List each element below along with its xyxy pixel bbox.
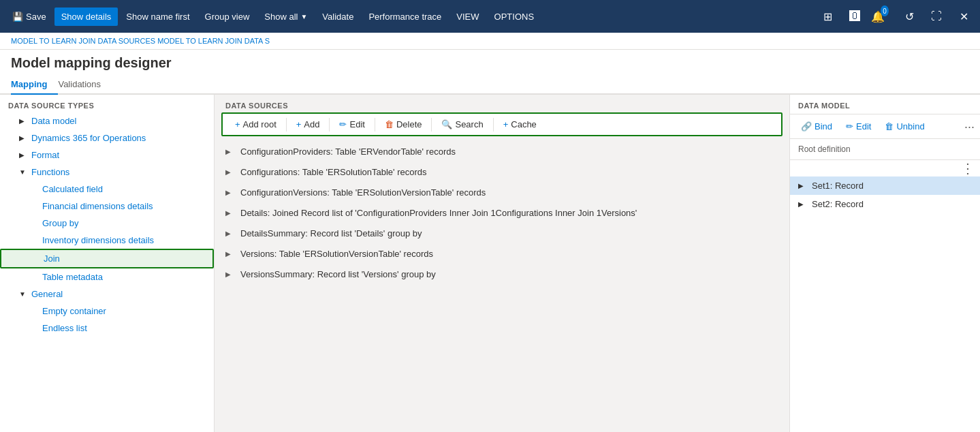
sidebar-item-join[interactable]: Join [0,249,214,268]
cache-label: Cache [511,119,537,129]
unbind-label: Unbind [896,121,924,132]
middle-panel: DATA SOURCES + Add root + Add ✏ Edit 🗑 D… [215,95,789,432]
expand-icon: ▼ [19,168,30,176]
sidebar-item-endless-list[interactable]: Endless list [0,320,214,337]
fullscreen-icon-btn[interactable]: ⛶ [926,5,947,27]
sidebar-item-dynamics365[interactable]: ▶ Dynamics 365 for Operations [0,129,214,146]
sidebar-item-label: General [31,289,63,299]
group-view-button[interactable]: Group view [198,7,257,26]
right-tree-item-set2[interactable]: ▶ Set2: Record [790,195,980,213]
add-root-button[interactable]: + Add root [230,117,282,132]
cache-icon: + [503,119,509,129]
data-row[interactable]: ▶ Configurations: Table 'ERSolutionTable… [215,162,789,183]
show-name-first-label: Show name first [126,12,189,22]
tab-mapping[interactable]: Mapping [11,74,58,95]
sidebar-item-inventory-dimensions[interactable]: Inventory dimensions details [0,232,214,249]
expand-icon: ▶ [225,209,236,217]
sidebar-item-functions[interactable]: ▼ Functions [0,164,214,181]
expand-icon: ▶ [225,189,236,196]
delete-button[interactable]: 🗑 Delete [379,117,428,132]
office-icon-btn[interactable]: 🅾 [844,5,866,27]
row-label: VersionsSummary: Record list 'Versions' … [240,269,436,279]
datasources-header: DATA SOURCES [215,95,789,112]
sidebar-item-empty-container[interactable]: Empty container [0,303,214,320]
add-button[interactable]: + Add [291,117,326,132]
edit-icon: ✏ [846,121,853,132]
right-tree-item-set1[interactable]: ▶ Set1: Record [790,176,980,195]
more-options-button[interactable]: ··· [964,121,975,133]
grid-icon-btn[interactable]: ⊞ [817,5,838,27]
performance-trace-button[interactable]: Performance trace [362,7,448,26]
row-label: ConfigurationVersions: Table 'ERSolution… [240,187,486,198]
sidebar-item-calculated-field[interactable]: Calculated field [0,181,214,198]
data-row[interactable]: ▶ VersionsSummary: Record list 'Versions… [215,264,789,285]
refresh-icon-btn[interactable]: ↺ [898,5,920,27]
data-row[interactable]: ▶ ConfigurationVersions: Table 'ERSoluti… [215,183,789,203]
search-button[interactable]: 🔍 Search [436,117,488,132]
data-row[interactable]: ▶ Details: Joined Record list of 'Config… [215,203,789,223]
plus-icon: + [235,119,240,129]
separator [329,118,330,132]
root-definition-label: Root definition [790,139,980,160]
chevron-down-icon: ▼ [300,13,307,20]
edit-button[interactable]: ✏ Edit [334,117,370,132]
expand-icon: ▶ [225,230,236,237]
sidebar-item-format[interactable]: ▶ Format [0,146,214,164]
row-label: Versions: Table 'ERSolutionVersionTable'… [240,249,433,259]
sidebar-item-general[interactable]: ▼ General [0,286,214,303]
tab-validations[interactable]: Validations [58,74,112,95]
expand-icon: ▶ [19,134,30,142]
data-model-header: DATA MODEL [790,95,980,114]
validate-button[interactable]: Validate [315,7,360,26]
options-button[interactable]: OPTIONS [488,7,541,26]
separator [493,118,494,132]
edit-label: Edit [349,119,364,129]
view-button[interactable]: VIEW [449,7,486,26]
right-tree: ▶ Set1: Record ▶ Set2: Record [790,176,980,432]
validate-label: Validate [322,12,353,22]
sidebar-item-group-by[interactable]: Group by [0,215,214,232]
data-row[interactable]: ▶ DetailsSummary: Record list 'Details' … [215,223,789,244]
right-more-options: ⋮ [790,160,980,176]
sidebar-item-data-model[interactable]: ▶ Data model [0,112,214,129]
data-row[interactable]: ▶ Versions: Table 'ERSolutionVersionTabl… [215,244,789,264]
sidebar-item-label: Join [44,253,60,264]
performance-trace-label: Performance trace [368,12,441,22]
right-edit-button[interactable]: ✏ Edit [840,119,876,134]
sidebar-item-label: Empty container [42,306,106,316]
sidebar-item-financial-dimensions[interactable]: Financial dimensions details [0,198,214,215]
show-name-first-button[interactable]: Show name first [119,7,196,26]
main-toolbar: 💾 Save Show details Show name first Grou… [0,0,980,33]
data-row[interactable]: ▶ ConfigurationProviders: Table 'ERVendo… [215,142,789,162]
breadcrumb: MODEL TO LEARN JOIN DATA SOURCES MODEL T… [0,33,980,50]
expand-icon: ▶ [225,271,236,278]
expand-icon: ▼ [19,290,30,298]
left-panel: DATA SOURCE TYPES ▶ Data model ▶ Dynamic… [0,95,215,432]
separator [286,118,287,132]
page-title-area: Model mapping designer [0,50,980,74]
data-list: ▶ ConfigurationProviders: Table 'ERVendo… [215,142,789,432]
cache-button[interactable]: + Cache [498,117,542,132]
more-options-btn[interactable]: ⋮ [961,161,975,175]
expand-icon: ▶ [798,200,809,208]
sidebar-item-label: Functions [31,167,69,177]
expand-icon: ▶ [225,148,236,155]
group-view-label: Group view [205,12,250,22]
notification-icon-btn[interactable]: 🔔 0 [871,5,893,27]
sidebar-item-label: Group by [42,218,78,228]
unbind-button[interactable]: 🗑 Unbind [879,119,930,134]
add-label: Add [304,119,319,129]
sidebar-item-table-metadata[interactable]: Table metadata [0,268,214,286]
show-all-button[interactable]: Show all ▼ [257,7,314,26]
bind-button[interactable]: 🔗 Bind [795,119,838,134]
close-icon-btn[interactable]: ✕ [953,5,975,27]
toolbar-right-icons: ⊞ 🅾 🔔 0 ↺ ⛶ ✕ [817,5,975,27]
main-content: DATA SOURCE TYPES ▶ Data model ▶ Dynamic… [0,95,980,432]
save-button[interactable]: 💾 Save [5,7,53,26]
show-details-button[interactable]: Show details [54,7,118,26]
add-root-label: Add root [243,119,276,129]
separator [375,118,375,132]
sidebar-item-label: Data model [31,116,76,126]
datasource-toolbar: + Add root + Add ✏ Edit 🗑 Delete 🔍 Searc… [221,112,783,136]
sidebar-item-label: Endless list [42,323,87,333]
